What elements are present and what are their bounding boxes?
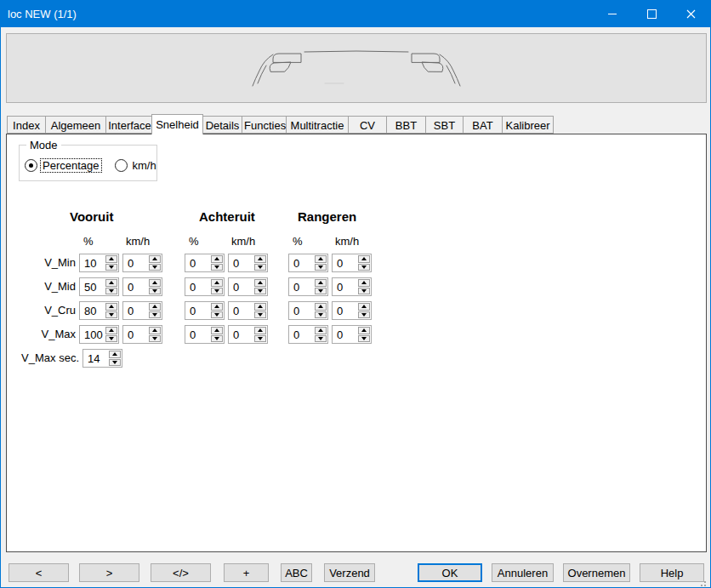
spin-up-icon[interactable] [315, 279, 327, 287]
spin-down-icon[interactable] [254, 335, 266, 343]
annuleren-button[interactable]: Annuleren [492, 563, 554, 582]
spin-up-icon[interactable] [211, 303, 223, 311]
spin-down-icon[interactable] [105, 311, 117, 319]
tab-kalibreer[interactable]: Kalibreer [502, 116, 554, 134]
spinner-vmax-vooruit-pct-input[interactable] [80, 326, 105, 343]
spin-down-icon[interactable] [149, 264, 161, 271]
spinner-vmin-vooruit-pct[interactable] [79, 254, 119, 272]
spinner-vmax-achteruit-kmh[interactable] [228, 325, 268, 344]
tab-details[interactable]: Details [202, 116, 242, 134]
spin-down-icon[interactable] [211, 311, 223, 319]
spinner-vcru-achteruit-kmh-input[interactable] [229, 302, 253, 319]
spin-up-icon[interactable] [105, 255, 117, 263]
tab-functies[interactable]: Functies [242, 116, 287, 134]
spinner-vmax-achteruit-pct[interactable] [185, 325, 225, 344]
spinner-vmid-vooruit-kmh-input[interactable] [123, 278, 148, 295]
help-button[interactable]: Help [640, 563, 704, 582]
tab-bbt[interactable]: BBT [386, 116, 426, 134]
tab-interface[interactable]: Interface [105, 116, 154, 134]
spin-down-icon[interactable] [105, 335, 117, 343]
spinner-vmax-vooruit-kmh-input[interactable] [123, 326, 148, 343]
kmh-radio[interactable] [115, 159, 128, 172]
spinner-vmax-rangeren-kmh-input[interactable] [333, 326, 357, 343]
spin-up-icon[interactable] [105, 327, 117, 334]
spin-down-icon[interactable] [315, 288, 327, 295]
spin-up-icon[interactable] [109, 351, 121, 358]
ok-button[interactable]: OK [418, 563, 482, 582]
spin-down-icon[interactable] [254, 311, 266, 319]
spinner-vmax-achteruit-kmh-input[interactable] [229, 326, 253, 343]
spin-down-icon[interactable] [109, 359, 121, 367]
spinner-vcru-rangeren-pct-input[interactable] [289, 302, 314, 319]
spin-up-icon[interactable] [211, 255, 223, 263]
spin-up-icon[interactable] [149, 303, 161, 311]
code-button[interactable]: </> [151, 563, 211, 582]
spin-down-icon[interactable] [358, 335, 370, 343]
abc-button[interactable]: ABC [281, 563, 312, 582]
spin-down-icon[interactable] [105, 264, 117, 271]
spin-up-icon[interactable] [254, 327, 266, 334]
spinner-vmid-rangeren-kmh[interactable] [332, 277, 372, 296]
tab-algemeen[interactable]: Algemeen [45, 116, 106, 134]
spin-up-icon[interactable] [149, 279, 161, 287]
spin-down-icon[interactable] [358, 288, 370, 295]
spin-up-icon[interactable] [105, 303, 117, 311]
spinner-vcru-vooruit-pct-input[interactable] [80, 302, 105, 319]
spinner-vmin-rangeren-kmh[interactable] [332, 254, 372, 272]
spinner-vcru-achteruit-pct[interactable] [185, 301, 225, 320]
verzend-button[interactable]: Verzend [324, 563, 375, 582]
spin-up-icon[interactable] [149, 327, 161, 334]
spin-up-icon[interactable] [315, 303, 327, 311]
percentage-radio-label[interactable]: Percentage [41, 159, 101, 172]
tab-sbt[interactable]: SBT [425, 116, 464, 134]
spinner-vmax-vooruit-kmh[interactable] [122, 325, 162, 344]
tab-index[interactable]: Index [7, 116, 46, 134]
tab-cv[interactable]: CV [348, 116, 387, 134]
overnemen-button[interactable]: Overnemen [563, 563, 630, 582]
spinner-vcru-vooruit-kmh-input[interactable] [123, 302, 148, 319]
spin-down-icon[interactable] [315, 311, 327, 319]
spin-up-icon[interactable] [254, 303, 266, 311]
spin-down-icon[interactable] [315, 264, 327, 271]
spinner-vcru-rangeren-pct[interactable] [288, 301, 328, 320]
spinner-vmid-achteruit-pct-input[interactable] [185, 278, 210, 295]
spin-up-icon[interactable] [358, 255, 370, 263]
spinner-vmid-rangeren-kmh-input[interactable] [333, 278, 357, 295]
spinner-vmin-rangeren-pct[interactable] [288, 254, 328, 272]
spin-down-icon[interactable] [149, 335, 161, 343]
spin-down-icon[interactable] [211, 335, 223, 343]
spinner-vmin-achteruit-kmh-input[interactable] [229, 254, 253, 271]
add-button[interactable]: + [224, 563, 269, 582]
maximize-button[interactable] [632, 1, 671, 27]
spin-down-icon[interactable] [211, 264, 223, 271]
spin-down-icon[interactable] [254, 288, 266, 295]
close-button[interactable] [671, 1, 710, 27]
spinner-vmax-achteruit-pct-input[interactable] [185, 326, 210, 343]
spin-down-icon[interactable] [315, 335, 327, 343]
tab-bat[interactable]: BAT [463, 116, 503, 134]
spin-down-icon[interactable] [358, 264, 370, 271]
spinner-vmid-vooruit-pct[interactable] [79, 277, 119, 296]
spinner-vmin-achteruit-pct-input[interactable] [185, 254, 210, 271]
spinner-vmin-vooruit-kmh[interactable] [122, 254, 162, 272]
spin-up-icon[interactable] [211, 279, 223, 287]
minimize-button[interactable] [593, 1, 632, 27]
spin-down-icon[interactable] [149, 288, 161, 295]
spin-down-icon[interactable] [254, 264, 266, 271]
spin-up-icon[interactable] [254, 279, 266, 287]
spinner-vmid-vooruit-kmh[interactable] [122, 277, 162, 296]
spinner-vmin-vooruit-pct-input[interactable] [80, 254, 105, 271]
spin-down-icon[interactable] [105, 288, 117, 295]
spinner-vmax-rangeren-pct-input[interactable] [289, 326, 314, 343]
spin-down-icon[interactable] [149, 311, 161, 319]
spinner-vmax-sec-input[interactable] [83, 350, 108, 367]
spinner-vmid-rangeren-pct-input[interactable] [289, 278, 314, 295]
spinner-vcru-rangeren-kmh-input[interactable] [333, 302, 357, 319]
spinner-vmin-achteruit-pct[interactable] [185, 254, 225, 272]
tab-multitractie[interactable]: Multitractie [286, 116, 349, 134]
spin-up-icon[interactable] [358, 327, 370, 334]
spin-up-icon[interactable] [315, 327, 327, 334]
spin-down-icon[interactable] [358, 311, 370, 319]
spinner-vmin-rangeren-kmh-input[interactable] [333, 254, 357, 271]
spinner-vmax-sec[interactable] [82, 349, 122, 368]
